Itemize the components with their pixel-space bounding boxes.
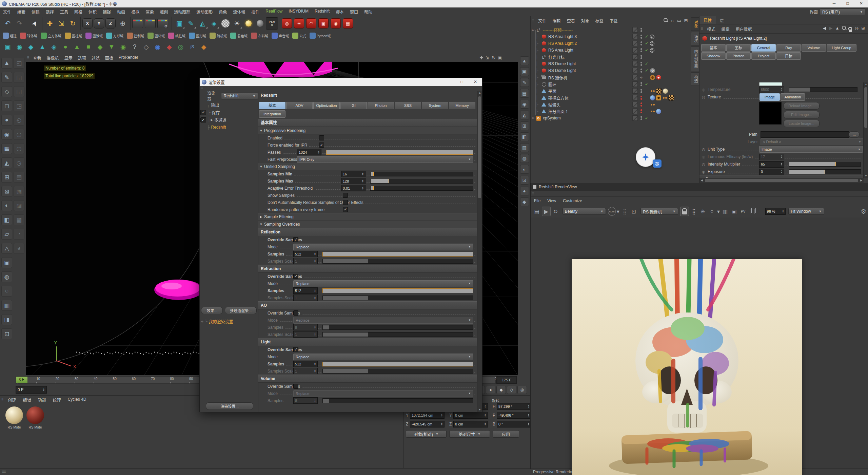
lock-z-button[interactable]: Z [105,18,116,28]
object-row-圆环[interactable]: ├圆环✓ [531,81,699,88]
pixel-grid-icon[interactable]: ⣿ [620,207,629,216]
toolbar3-icon-15[interactable]: ◆ [164,42,174,52]
keyframe-ring-icon[interactable]: ◎ [699,162,708,167]
snowflake-freeze-button[interactable]: ✳ [699,207,707,216]
material-tag-icon[interactable] [663,89,668,94]
menu-捕捉[interactable]: 捕捉 [100,9,114,15]
left-tool-icon-a10[interactable]: ⊠ [1,186,12,197]
rv-menu-View[interactable]: View [544,198,559,203]
left-tool-icon-b14[interactable]: ◕ [14,243,24,254]
viewport-menu-选项[interactable]: 选项 [75,55,89,61]
value-field-Samples[interactable]: 512▲▼ [293,361,318,367]
value-slider[interactable] [322,259,473,264]
button-Edit Image...[interactable]: Edit Image... [784,111,820,118]
om-vtab-内容浏览器[interactable]: 内容浏览器 [691,46,699,71]
rs-tab-GI[interactable]: GI [340,102,367,109]
grid-icon[interactable]: ⣿ [690,207,698,216]
histogram-icon[interactable]: ▥ [721,207,729,216]
field-button-公式[interactable]: 公式 [292,33,306,39]
phong-tag-icon[interactable] [662,95,667,100]
keyframe-position-button[interactable]: ◆ [496,386,506,394]
value-slider[interactable] [322,325,473,330]
phong-tag-icon[interactable] [650,109,655,114]
end-frame-field[interactable]: 175 F [496,376,517,384]
visibility-dots[interactable] [640,109,643,114]
coord-field-Y1[interactable]: 1072.194 cm▲▼ [410,412,445,419]
attr-panel-tab-层[interactable]: 层 [716,16,728,24]
menu-选择[interactable]: 选择 [43,9,57,15]
left-tool-icon-a9[interactable]: ⊞ [1,172,12,183]
dropdown-Mode[interactable]: Replace▼ [293,390,473,397]
left-tool-icon-b4[interactable]: ◳ [14,100,24,111]
visibility-dots[interactable] [640,116,643,120]
tree-check[interactable] [200,125,205,130]
value-field-Samples Min[interactable]: 16▲▼ [341,171,366,177]
menu-插件[interactable]: 插件 [248,9,262,15]
crop-region-button[interactable]: ⊡ [630,207,638,216]
object-row-平面[interactable]: ├平面 [531,88,699,94]
dropdown-Mode[interactable]: Replace▼ [293,354,473,360]
object-row-碰撞立方体[interactable]: ├碰撞立方体 [531,94,699,101]
left-tool-icon-b5[interactable]: ◴ [14,115,24,126]
visibility-dots[interactable] [640,82,643,87]
strip-icon-2[interactable]: ▣ [520,67,529,76]
layer-box[interactable] [632,109,638,114]
rs-tab-基本[interactable]: 基本 [259,102,285,109]
home-icon[interactable]: ⌂ [669,18,676,23]
target-mode-icon[interactable]: ◎ [853,26,860,32]
object-row-RS Area Light.2[interactable]: ├RS Area Light.2✓ [531,40,699,47]
menu-脚本[interactable]: 脚本 [333,9,347,15]
render-view-button[interactable] [132,19,143,28]
snapshot-icon[interactable]: ▤ [533,207,541,216]
layer-box[interactable] [632,68,638,73]
display-tag-icon[interactable] [656,95,661,100]
checkbox-Override Samples[interactable]: ✓ [293,274,298,279]
strip-icon-9[interactable]: ▥ [520,143,529,152]
attr-tab-General[interactable]: General [751,44,776,52]
left-tool-icon-a18[interactable]: ▥ [1,300,12,311]
toolbar3-icon-14[interactable]: ◉ [153,42,163,52]
sky-icon[interactable]: ☀ [231,18,243,29]
checkbox-Override Samples[interactable]: ✓ [293,347,298,352]
om-grip[interactable]: ⠿ [531,19,535,22]
dropdown-Mode[interactable]: Replace▼ [293,317,473,324]
layer-box[interactable] [632,81,638,87]
tree-check[interactable]: ✓ [200,110,206,115]
render-preset-item[interactable]: 我的渲染设置 [209,319,233,324]
value-field-Exposure[interactable]: 0▲▼ [759,169,784,175]
apply-button[interactable]: 应用 [493,430,519,438]
layout-select[interactable]: RS (用户)▼ [820,8,865,15]
rv-menu-File[interactable]: File [531,198,544,203]
settings-tree-输出[interactable]: ┌输出 [200,101,258,109]
zoom-level-field[interactable]: 96 %▲▼ [765,208,786,215]
toolbar3-icon-5[interactable]: ◈ [49,42,59,52]
visibility-dots[interactable] [640,48,643,53]
strip-icon-13[interactable]: ● [520,187,529,195]
left-tool-icon-b9[interactable]: ▤ [14,172,24,183]
rs-camera-tag-icon[interactable]: ◉ [656,75,661,80]
section-Sample Filtering[interactable]: ▶Sample Filtering [258,213,477,221]
value-slider[interactable] [789,87,857,92]
add-spline-icon[interactable]: ✎ [185,18,197,29]
value-slider[interactable] [789,169,861,174]
object-row-细分曲面.1[interactable]: ├细分曲面.1 [531,108,699,115]
toolbar3-icon-13[interactable]: ◇ [141,42,151,52]
menu-Redshift[interactable]: Redshift [312,9,333,15]
dialog-scrollbar[interactable]: ▲ ▼ [477,91,482,412]
toolbar3-icon-7[interactable]: ▲ [72,42,82,52]
material-icon[interactable] [254,18,266,29]
search-icon[interactable] [841,26,847,32]
checkbox-Show Samples[interactable] [343,193,348,198]
layer-box[interactable] [632,95,638,100]
rs-tab-SSS[interactable]: SSS [395,102,421,109]
menu-窗口[interactable]: 窗口 [347,9,361,15]
checkbox-Enabled[interactable] [319,135,324,140]
light-icon[interactable] [243,18,254,29]
color-swatch[interactable] [759,82,782,86]
left-tool-icon-b10[interactable]: ▧ [14,186,24,197]
restart-render-button[interactable]: ↻ [551,207,560,216]
tree-expand-icon[interactable]: ▶ [211,118,213,121]
om-vtab-对象[interactable]: 对象 [691,17,699,31]
add-generator-icon[interactable]: ◭ [197,18,208,29]
om-menu-对象[interactable]: 对象 [578,18,592,23]
